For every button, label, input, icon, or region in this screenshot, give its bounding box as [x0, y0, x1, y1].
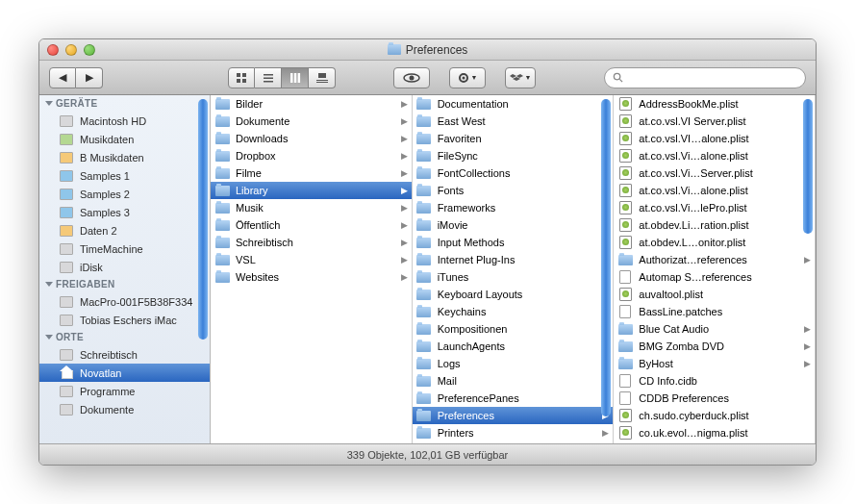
column-item[interactable]: Internet Plug-Ins▶: [413, 251, 614, 268]
sidebar-item[interactable]: Daten 2: [39, 221, 210, 239]
sidebar-item[interactable]: B Musikdaten: [39, 148, 210, 166]
search-icon: [613, 72, 623, 83]
column-item[interactable]: at.co.vsl.Vi…alone.plist: [614, 182, 815, 199]
column[interactable]: Documentation▶East West▶Favoriten▶FileSy…: [413, 95, 615, 443]
column-item[interactable]: Logs▶: [413, 355, 614, 372]
column-item[interactable]: Musik▶: [211, 199, 412, 216]
column-item[interactable]: Websites▶: [211, 268, 412, 286]
icon-view-button[interactable]: [228, 67, 255, 88]
column-item[interactable]: FontCollections▶: [413, 164, 614, 182]
column-item[interactable]: ByHost▶: [614, 355, 815, 372]
sidebar-scrollbar[interactable]: [198, 99, 208, 340]
minimize-button[interactable]: [65, 44, 77, 56]
column-item[interactable]: Bilder▶: [211, 95, 412, 113]
column[interactable]: AddressBookMe.plistat.co.vsl.VI Server.p…: [614, 95, 816, 443]
action-menu-button[interactable]: ▼: [449, 67, 486, 88]
titlebar[interactable]: Preferences: [39, 39, 816, 61]
sidebar-item[interactable]: Tobias Eschers iMac: [39, 311, 210, 329]
column-item[interactable]: Input Methods▶: [413, 234, 614, 251]
sidebar-item[interactable]: Samples 1: [39, 166, 210, 185]
list-view-button[interactable]: [255, 67, 282, 88]
search-input[interactable]: [628, 72, 797, 84]
column-item[interactable]: PubSub▶: [413, 441, 614, 443]
forward-button[interactable]: ▶: [76, 67, 103, 88]
column-item[interactable]: AddressBookMe.plist: [614, 95, 815, 113]
column-item[interactable]: iMovie▶: [413, 216, 614, 234]
column-item[interactable]: Schreibtisch▶: [211, 234, 412, 251]
column-item-label: Preferences: [438, 410, 597, 421]
column-item[interactable]: Automap S…references: [614, 268, 815, 286]
column-item[interactable]: at.co.vsl.Vi…lePro.plist: [614, 199, 815, 216]
sidebar-section-header[interactable]: FREIGABEN: [39, 276, 210, 292]
sidebar-item[interactable]: Programme: [39, 382, 210, 400]
chevron-right-icon: ▶: [401, 134, 408, 143]
column-item[interactable]: iTunes▶: [413, 268, 614, 286]
column-item[interactable]: VSL▶: [211, 251, 412, 268]
sidebar-item[interactable]: iDisk: [39, 258, 210, 276]
column-item[interactable]: co.uk.evol…nigma.plist: [614, 424, 815, 441]
column-item[interactable]: CDDB Preferences: [614, 390, 815, 407]
column-item[interactable]: Blue Cat Audio▶: [614, 320, 815, 338]
sidebar-item[interactable]: Samples 3: [39, 203, 210, 221]
column-item[interactable]: at.co.vsl.Vi…Server.plist: [614, 164, 815, 182]
sidebar-section-header[interactable]: ORTE: [39, 329, 210, 345]
column-view-button[interactable]: [282, 67, 309, 88]
column-item[interactable]: Filme▶: [211, 164, 412, 182]
sidebar-item[interactable]: Macintosh HD: [39, 112, 210, 130]
column-item[interactable]: Öffentlich▶: [211, 216, 412, 234]
column-item-label: at.co.vsl.VI Server.plist: [639, 115, 811, 127]
column-item[interactable]: at.obdev.L…onitor.plist: [614, 234, 815, 251]
column-item[interactable]: Dropbox▶: [211, 147, 412, 164]
column-item[interactable]: ch.sudo.cyberduck.plist: [614, 407, 815, 424]
column-item[interactable]: Fonts▶: [413, 182, 614, 199]
column-item[interactable]: FileSync▶: [413, 147, 614, 164]
sidebar-item[interactable]: Novatlan: [39, 364, 210, 382]
sidebar-item[interactable]: MacPro-001F5B38F334: [39, 292, 210, 311]
folder-icon: [215, 134, 230, 144]
column-item[interactable]: auvaltool.plist: [614, 286, 815, 303]
column-item[interactable]: at.co.vsl.VI…alone.plist: [614, 130, 815, 147]
column-item[interactable]: Dokumente▶: [211, 113, 412, 130]
column-item[interactable]: Frameworks▶: [413, 199, 614, 216]
column-item[interactable]: Documentation▶: [413, 95, 614, 113]
chevron-right-icon: ▶: [401, 238, 408, 247]
column-item[interactable]: Favoriten▶: [413, 130, 614, 147]
back-button[interactable]: ◀: [49, 67, 76, 88]
column-item[interactable]: Keychains▶: [413, 303, 614, 320]
dropbox-button[interactable]: ▼: [505, 67, 536, 88]
column-item[interactable]: Printers▶: [413, 424, 614, 441]
column[interactable]: Bilder▶Dokumente▶Downloads▶Dropbox▶Filme…: [211, 95, 413, 443]
column-item[interactable]: Downloads▶: [211, 130, 412, 147]
column-item[interactable]: Kompositionen▶: [413, 320, 614, 338]
column-item[interactable]: at.obdev.Li…ration.plist: [614, 216, 815, 234]
sidebar-item[interactable]: Samples 2: [39, 185, 210, 203]
column-item[interactable]: East West▶: [413, 113, 614, 130]
zoom-button[interactable]: [84, 44, 95, 56]
column-item[interactable]: Authorizat…references▶: [614, 251, 815, 268]
column-item[interactable]: Mail▶: [413, 372, 614, 390]
home-icon: [60, 367, 73, 379]
column-item[interactable]: at.co.vsl.VI Server.plist: [614, 113, 815, 130]
sidebar-item[interactable]: Schreibtisch: [39, 345, 210, 364]
column-item[interactable]: LaunchAgents▶: [413, 338, 614, 355]
quicklook-button[interactable]: [393, 67, 430, 88]
sidebar-section-header[interactable]: GERÄTE: [39, 95, 210, 112]
sidebar-item[interactable]: TimeMachine: [39, 239, 210, 258]
column-item[interactable]: Preferences▶: [413, 407, 614, 424]
sidebar-item[interactable]: Musikdaten: [39, 130, 210, 148]
sidebar-item[interactable]: Dokumente: [39, 400, 210, 418]
close-button[interactable]: [47, 44, 59, 56]
column-item[interactable]: Keyboard Layouts▶: [413, 286, 614, 303]
column-scrollbar[interactable]: [601, 99, 611, 416]
column-scrollbar[interactable]: [803, 99, 813, 234]
column-item[interactable]: BassLine.patches: [614, 303, 815, 320]
search-field[interactable]: [604, 67, 806, 88]
column-item[interactable]: BMG Zomba DVD▶: [614, 338, 815, 355]
column-item[interactable]: PreferencePanes▶: [413, 390, 614, 407]
column-item[interactable]: Library▶: [211, 182, 412, 199]
folder-icon: [416, 393, 431, 404]
coverflow-view-button[interactable]: [309, 67, 336, 88]
column-item[interactable]: CD Info.cidb: [614, 372, 815, 390]
sidebar[interactable]: GERÄTEMacintosh HDMusikdatenB Musikdaten…: [39, 95, 211, 443]
column-item[interactable]: at.co.vsl.Vi…alone.plist: [614, 147, 815, 164]
